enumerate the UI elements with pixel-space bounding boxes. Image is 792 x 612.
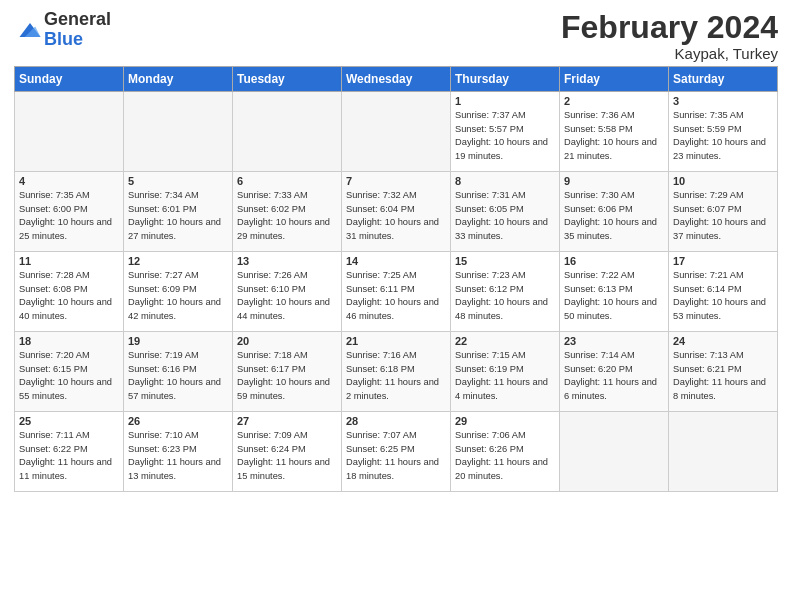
calendar-cell: 12Sunrise: 7:27 AMSunset: 6:09 PMDayligh… bbox=[124, 252, 233, 332]
day-number: 26 bbox=[128, 415, 228, 427]
day-info: Sunrise: 7:15 AMSunset: 6:19 PMDaylight:… bbox=[455, 349, 555, 403]
day-number: 18 bbox=[19, 335, 119, 347]
day-info: Sunrise: 7:13 AMSunset: 6:21 PMDaylight:… bbox=[673, 349, 773, 403]
calendar-cell: 22Sunrise: 7:15 AMSunset: 6:19 PMDayligh… bbox=[451, 332, 560, 412]
day-info: Sunrise: 7:14 AMSunset: 6:20 PMDaylight:… bbox=[564, 349, 664, 403]
day-info: Sunrise: 7:26 AMSunset: 6:10 PMDaylight:… bbox=[237, 269, 337, 323]
day-number: 16 bbox=[564, 255, 664, 267]
day-info: Sunrise: 7:21 AMSunset: 6:14 PMDaylight:… bbox=[673, 269, 773, 323]
day-info: Sunrise: 7:34 AMSunset: 6:01 PMDaylight:… bbox=[128, 189, 228, 243]
logo-icon bbox=[16, 16, 44, 44]
calendar-cell: 18Sunrise: 7:20 AMSunset: 6:15 PMDayligh… bbox=[15, 332, 124, 412]
calendar-cell: 11Sunrise: 7:28 AMSunset: 6:08 PMDayligh… bbox=[15, 252, 124, 332]
day-info: Sunrise: 7:35 AMSunset: 6:00 PMDaylight:… bbox=[19, 189, 119, 243]
calendar-cell: 1Sunrise: 7:37 AMSunset: 5:57 PMDaylight… bbox=[451, 92, 560, 172]
calendar-cell: 6Sunrise: 7:33 AMSunset: 6:02 PMDaylight… bbox=[233, 172, 342, 252]
page-container: General Blue February 2024 Kaypak, Turke… bbox=[0, 0, 792, 500]
col-tuesday: Tuesday bbox=[233, 67, 342, 92]
day-number: 17 bbox=[673, 255, 773, 267]
day-number: 6 bbox=[237, 175, 337, 187]
logo-blue: Blue bbox=[44, 30, 111, 50]
month-title: February 2024 bbox=[561, 10, 778, 45]
day-number: 28 bbox=[346, 415, 446, 427]
day-info: Sunrise: 7:36 AMSunset: 5:58 PMDaylight:… bbox=[564, 109, 664, 163]
header-row: Sunday Monday Tuesday Wednesday Thursday… bbox=[15, 67, 778, 92]
calendar-table: Sunday Monday Tuesday Wednesday Thursday… bbox=[14, 66, 778, 492]
day-number: 5 bbox=[128, 175, 228, 187]
calendar-week-1: 1Sunrise: 7:37 AMSunset: 5:57 PMDaylight… bbox=[15, 92, 778, 172]
day-number: 9 bbox=[564, 175, 664, 187]
calendar-cell: 24Sunrise: 7:13 AMSunset: 6:21 PMDayligh… bbox=[669, 332, 778, 412]
calendar-cell bbox=[669, 412, 778, 492]
day-number: 12 bbox=[128, 255, 228, 267]
day-info: Sunrise: 7:18 AMSunset: 6:17 PMDaylight:… bbox=[237, 349, 337, 403]
day-number: 11 bbox=[19, 255, 119, 267]
calendar-cell: 21Sunrise: 7:16 AMSunset: 6:18 PMDayligh… bbox=[342, 332, 451, 412]
calendar-cell: 19Sunrise: 7:19 AMSunset: 6:16 PMDayligh… bbox=[124, 332, 233, 412]
day-number: 25 bbox=[19, 415, 119, 427]
col-saturday: Saturday bbox=[669, 67, 778, 92]
day-info: Sunrise: 7:37 AMSunset: 5:57 PMDaylight:… bbox=[455, 109, 555, 163]
day-info: Sunrise: 7:19 AMSunset: 6:16 PMDaylight:… bbox=[128, 349, 228, 403]
day-info: Sunrise: 7:06 AMSunset: 6:26 PMDaylight:… bbox=[455, 429, 555, 483]
day-info: Sunrise: 7:28 AMSunset: 6:08 PMDaylight:… bbox=[19, 269, 119, 323]
day-number: 24 bbox=[673, 335, 773, 347]
calendar-cell bbox=[560, 412, 669, 492]
calendar-cell: 28Sunrise: 7:07 AMSunset: 6:25 PMDayligh… bbox=[342, 412, 451, 492]
logo: General Blue bbox=[14, 10, 111, 50]
col-monday: Monday bbox=[124, 67, 233, 92]
day-info: Sunrise: 7:11 AMSunset: 6:22 PMDaylight:… bbox=[19, 429, 119, 483]
col-wednesday: Wednesday bbox=[342, 67, 451, 92]
day-number: 27 bbox=[237, 415, 337, 427]
title-block: February 2024 Kaypak, Turkey bbox=[561, 10, 778, 62]
calendar-cell: 8Sunrise: 7:31 AMSunset: 6:05 PMDaylight… bbox=[451, 172, 560, 252]
calendar-cell: 17Sunrise: 7:21 AMSunset: 6:14 PMDayligh… bbox=[669, 252, 778, 332]
day-number: 21 bbox=[346, 335, 446, 347]
calendar-cell: 14Sunrise: 7:25 AMSunset: 6:11 PMDayligh… bbox=[342, 252, 451, 332]
calendar-week-5: 25Sunrise: 7:11 AMSunset: 6:22 PMDayligh… bbox=[15, 412, 778, 492]
day-number: 4 bbox=[19, 175, 119, 187]
col-friday: Friday bbox=[560, 67, 669, 92]
calendar-cell: 27Sunrise: 7:09 AMSunset: 6:24 PMDayligh… bbox=[233, 412, 342, 492]
calendar-week-2: 4Sunrise: 7:35 AMSunset: 6:00 PMDaylight… bbox=[15, 172, 778, 252]
day-number: 10 bbox=[673, 175, 773, 187]
day-number: 3 bbox=[673, 95, 773, 107]
day-info: Sunrise: 7:25 AMSunset: 6:11 PMDaylight:… bbox=[346, 269, 446, 323]
calendar-cell bbox=[124, 92, 233, 172]
day-number: 7 bbox=[346, 175, 446, 187]
calendar-cell: 15Sunrise: 7:23 AMSunset: 6:12 PMDayligh… bbox=[451, 252, 560, 332]
day-number: 2 bbox=[564, 95, 664, 107]
calendar-cell bbox=[15, 92, 124, 172]
day-number: 22 bbox=[455, 335, 555, 347]
day-info: Sunrise: 7:29 AMSunset: 6:07 PMDaylight:… bbox=[673, 189, 773, 243]
day-info: Sunrise: 7:10 AMSunset: 6:23 PMDaylight:… bbox=[128, 429, 228, 483]
calendar-cell: 4Sunrise: 7:35 AMSunset: 6:00 PMDaylight… bbox=[15, 172, 124, 252]
col-thursday: Thursday bbox=[451, 67, 560, 92]
day-info: Sunrise: 7:27 AMSunset: 6:09 PMDaylight:… bbox=[128, 269, 228, 323]
logo-text: General Blue bbox=[44, 10, 111, 50]
calendar-cell: 9Sunrise: 7:30 AMSunset: 6:06 PMDaylight… bbox=[560, 172, 669, 252]
day-number: 14 bbox=[346, 255, 446, 267]
header: General Blue February 2024 Kaypak, Turke… bbox=[14, 10, 778, 62]
day-info: Sunrise: 7:33 AMSunset: 6:02 PMDaylight:… bbox=[237, 189, 337, 243]
col-sunday: Sunday bbox=[15, 67, 124, 92]
day-info: Sunrise: 7:35 AMSunset: 5:59 PMDaylight:… bbox=[673, 109, 773, 163]
day-number: 20 bbox=[237, 335, 337, 347]
calendar-cell: 7Sunrise: 7:32 AMSunset: 6:04 PMDaylight… bbox=[342, 172, 451, 252]
calendar-week-3: 11Sunrise: 7:28 AMSunset: 6:08 PMDayligh… bbox=[15, 252, 778, 332]
day-info: Sunrise: 7:22 AMSunset: 6:13 PMDaylight:… bbox=[564, 269, 664, 323]
calendar-cell: 3Sunrise: 7:35 AMSunset: 5:59 PMDaylight… bbox=[669, 92, 778, 172]
calendar-cell: 23Sunrise: 7:14 AMSunset: 6:20 PMDayligh… bbox=[560, 332, 669, 412]
day-info: Sunrise: 7:31 AMSunset: 6:05 PMDaylight:… bbox=[455, 189, 555, 243]
day-info: Sunrise: 7:32 AMSunset: 6:04 PMDaylight:… bbox=[346, 189, 446, 243]
day-number: 29 bbox=[455, 415, 555, 427]
calendar-cell: 26Sunrise: 7:10 AMSunset: 6:23 PMDayligh… bbox=[124, 412, 233, 492]
day-info: Sunrise: 7:07 AMSunset: 6:25 PMDaylight:… bbox=[346, 429, 446, 483]
calendar-cell: 13Sunrise: 7:26 AMSunset: 6:10 PMDayligh… bbox=[233, 252, 342, 332]
day-number: 8 bbox=[455, 175, 555, 187]
calendar-cell: 16Sunrise: 7:22 AMSunset: 6:13 PMDayligh… bbox=[560, 252, 669, 332]
day-number: 13 bbox=[237, 255, 337, 267]
calendar-cell: 25Sunrise: 7:11 AMSunset: 6:22 PMDayligh… bbox=[15, 412, 124, 492]
day-number: 23 bbox=[564, 335, 664, 347]
day-info: Sunrise: 7:30 AMSunset: 6:06 PMDaylight:… bbox=[564, 189, 664, 243]
